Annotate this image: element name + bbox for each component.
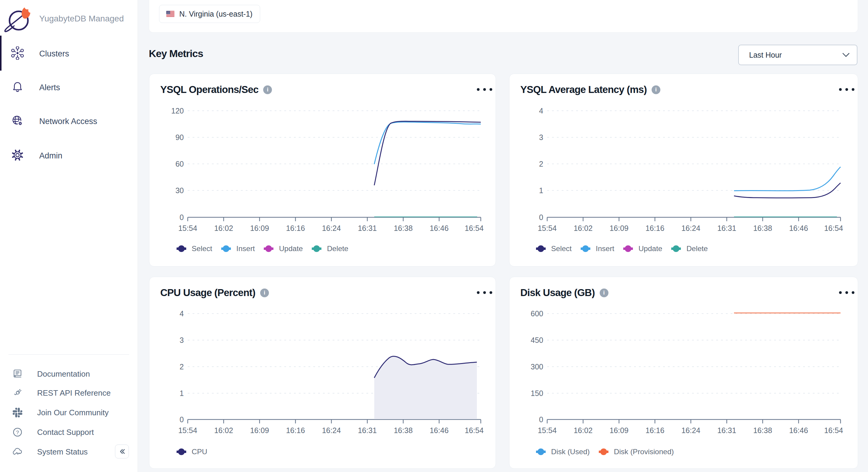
svg-text:16:09: 16:09 xyxy=(250,426,269,435)
svg-text:3: 3 xyxy=(539,133,543,141)
svg-text:16:24: 16:24 xyxy=(681,224,701,232)
svg-text:16:54: 16:54 xyxy=(824,224,843,232)
svg-text:600: 600 xyxy=(531,309,543,318)
svg-text:16:31: 16:31 xyxy=(717,224,736,232)
svg-text:16:02: 16:02 xyxy=(214,224,233,232)
svg-text:4: 4 xyxy=(180,309,184,318)
svg-text:16:38: 16:38 xyxy=(394,224,413,232)
svg-text:450: 450 xyxy=(531,336,543,344)
svg-text:150: 150 xyxy=(531,389,543,398)
svg-text:16:54: 16:54 xyxy=(465,224,484,232)
svg-text:16:38: 16:38 xyxy=(753,426,772,435)
svg-text:16:54: 16:54 xyxy=(465,426,484,435)
svg-text:16:09: 16:09 xyxy=(610,224,629,232)
svg-text:0: 0 xyxy=(539,213,543,222)
svg-text:16:31: 16:31 xyxy=(358,224,377,232)
svg-text:16:16: 16:16 xyxy=(646,224,664,232)
svg-text:16:38: 16:38 xyxy=(753,224,772,232)
svg-text:4: 4 xyxy=(539,106,543,115)
svg-text:16:16: 16:16 xyxy=(286,224,305,232)
svg-text:16:31: 16:31 xyxy=(717,426,736,435)
svg-text:16:46: 16:46 xyxy=(789,426,808,435)
svg-text:0: 0 xyxy=(539,415,543,424)
svg-text:16:38: 16:38 xyxy=(394,426,413,435)
svg-text:15:54: 15:54 xyxy=(538,224,557,232)
svg-text:16:02: 16:02 xyxy=(574,224,593,232)
svg-text:?: ? xyxy=(16,430,19,436)
svg-text:2: 2 xyxy=(180,363,184,371)
svg-text:2: 2 xyxy=(539,160,543,168)
svg-text:16:02: 16:02 xyxy=(214,426,233,435)
svg-text:16:46: 16:46 xyxy=(430,224,449,232)
svg-text:15:54: 15:54 xyxy=(178,426,197,435)
svg-text:15:54: 15:54 xyxy=(538,426,557,435)
svg-text:0: 0 xyxy=(180,415,184,424)
svg-text:1: 1 xyxy=(180,389,184,398)
svg-text:16:54: 16:54 xyxy=(824,426,843,435)
svg-text:1: 1 xyxy=(539,186,543,195)
svg-text:16:24: 16:24 xyxy=(322,426,341,435)
svg-text:16:24: 16:24 xyxy=(681,426,701,435)
svg-text:120: 120 xyxy=(171,106,184,115)
svg-text:16:09: 16:09 xyxy=(610,426,629,435)
svg-text:16:16: 16:16 xyxy=(646,426,664,435)
svg-text:3: 3 xyxy=(180,336,184,344)
svg-text:16:46: 16:46 xyxy=(789,224,808,232)
svg-text:15:54: 15:54 xyxy=(178,224,197,232)
svg-text:90: 90 xyxy=(175,133,184,141)
svg-text:16:02: 16:02 xyxy=(574,426,593,435)
svg-text:16:46: 16:46 xyxy=(430,426,449,435)
svg-text:16:24: 16:24 xyxy=(322,224,341,232)
svg-text:0: 0 xyxy=(180,213,184,222)
svg-text:60: 60 xyxy=(175,160,184,168)
svg-text:16:31: 16:31 xyxy=(358,426,377,435)
svg-text:16:16: 16:16 xyxy=(286,426,305,435)
svg-text:30: 30 xyxy=(175,186,184,195)
svg-text:300: 300 xyxy=(531,363,543,371)
svg-text:16:09: 16:09 xyxy=(250,224,269,232)
